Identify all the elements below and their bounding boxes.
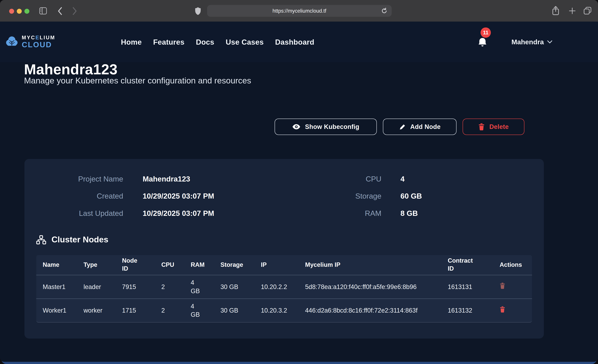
- user-menu[interactable]: Mahendra: [511, 22, 552, 62]
- page-subtitle: Manage your Kubernetes cluster configura…: [24, 76, 251, 86]
- cluster-nodes-table: Name Type Node ID CPU RAM Storage IP Myc…: [36, 255, 532, 323]
- cell-mycelium-ip: 446:d2a6:8bcd:8c16:ff0f:72e2:3114:863f: [299, 306, 441, 315]
- cell-storage: 30 GB: [214, 306, 254, 314]
- nav-features[interactable]: Features: [153, 38, 184, 46]
- sidebar-toggle-icon[interactable]: [39, 7, 47, 15]
- table-row: Worker1 worker 1715 2 4 GB 30 GB 10.20.3…: [36, 298, 532, 322]
- tab-overview-icon[interactable]: [584, 7, 591, 14]
- cluster-nodes-icon: [36, 235, 46, 244]
- page-content: Mahendra123 Manage your Kubernetes clust…: [0, 22, 598, 362]
- info-label-cpu: CPU: [286, 170, 381, 188]
- cluster-details-card: Project Name Mahendra123 CPU 4 Created 1…: [25, 159, 544, 339]
- nav-use-cases[interactable]: Use Cases: [226, 38, 264, 46]
- delete-node-button[interactable]: [499, 306, 505, 313]
- brand-logo[interactable]: MYCELIUM CLOUD: [5, 35, 55, 49]
- traffic-light-zoom[interactable]: [25, 9, 29, 14]
- cell-node-id: 1715: [116, 306, 155, 314]
- browser-window: https://myceliumcloud.tf: [0, 0, 598, 362]
- info-label-project-name: Project Name: [25, 170, 123, 188]
- cell-contract-id: 1613131: [441, 283, 493, 291]
- col-type: Type: [77, 261, 116, 269]
- cell-ip: 10.20.3.2: [254, 306, 299, 314]
- col-storage: Storage: [214, 261, 254, 269]
- cell-mycelium-ip: 5d8:78ea:a120:f40c:ff0f:a5fe:99e6:8b96: [299, 282, 441, 291]
- cell-actions: [493, 282, 532, 291]
- traffic-light-close[interactable]: [9, 9, 14, 14]
- screen: https://myceliumcloud.tf: [0, 0, 598, 364]
- share-icon[interactable]: [552, 6, 559, 16]
- add-node-button[interactable]: Add Node: [383, 119, 457, 135]
- cluster-actions: Show Kubeconfig Add Node: [274, 119, 524, 135]
- delete-node-button[interactable]: [499, 282, 505, 289]
- col-ram: RAM: [184, 261, 214, 269]
- show-kubeconfig-button[interactable]: Show Kubeconfig: [274, 119, 377, 135]
- url-text: https://myceliumcloud.tf: [273, 8, 326, 14]
- new-tab-icon[interactable]: [569, 8, 575, 14]
- cell-ram: 4 GB: [184, 302, 214, 319]
- cell-cpu: 2: [155, 306, 184, 314]
- info-value-ram: 8 GB: [382, 205, 544, 222]
- user-name: Mahendra: [511, 38, 544, 46]
- info-value-project-name: Mahendra123: [123, 170, 286, 188]
- back-icon[interactable]: [58, 7, 62, 15]
- info-label-created: Created: [25, 188, 123, 205]
- browser-toolbar: https://myceliumcloud.tf: [0, 0, 598, 22]
- cell-actions: [493, 306, 532, 315]
- cell-name: Worker1: [36, 306, 77, 314]
- reload-icon[interactable]: [381, 8, 388, 14]
- notifications-button[interactable]: 11: [478, 27, 494, 51]
- brand-wordmark: MYCELIUM CLOUD: [22, 35, 55, 49]
- col-actions: Actions: [493, 261, 532, 269]
- traffic-light-minimize[interactable]: [17, 9, 22, 14]
- info-label-last-updated: Last Updated: [25, 205, 123, 222]
- info-label-ram: RAM: [286, 205, 381, 222]
- main-nav: Home Features Docs Use Cases Dashboard: [121, 22, 314, 62]
- info-value-created: 10/29/2025 03:07 PM: [123, 188, 286, 205]
- info-label-storage: Storage: [286, 188, 381, 205]
- notification-badge: 11: [481, 27, 491, 38]
- address-bar[interactable]: https://myceliumcloud.tf: [207, 5, 392, 17]
- cluster-info-grid: Project Name Mahendra123 CPU 4 Created 1…: [25, 159, 544, 222]
- info-value-storage: 60 GB: [382, 188, 544, 205]
- nav-home[interactable]: Home: [121, 38, 141, 46]
- cell-name: Master1: [36, 283, 77, 291]
- cell-node-id: 7915: [116, 283, 155, 291]
- forward-icon[interactable]: [73, 7, 77, 15]
- info-value-cpu: 4: [382, 170, 544, 188]
- col-name: Name: [36, 261, 77, 269]
- table-row: Master1 leader 7915 2 4 GB 30 GB 10.20.2…: [36, 275, 532, 298]
- trash-icon: [478, 123, 485, 130]
- cell-type: worker: [77, 306, 116, 314]
- cell-contract-id: 1613132: [441, 306, 493, 314]
- nav-docs[interactable]: Docs: [196, 38, 214, 46]
- cell-ram: 4 GB: [184, 279, 214, 295]
- cluster-nodes-heading: Cluster Nodes: [36, 235, 544, 245]
- pencil-icon: [399, 123, 406, 130]
- nav-dashboard[interactable]: Dashboard: [275, 38, 314, 46]
- col-node-id: Node ID: [116, 257, 155, 273]
- col-contract-id: Contract ID: [441, 257, 493, 273]
- col-ip: IP: [254, 261, 299, 269]
- chevron-down-icon: [547, 41, 552, 43]
- cell-type: leader: [77, 283, 116, 291]
- mycelium-logo-icon: [5, 35, 18, 49]
- col-cpu: CPU: [155, 261, 184, 269]
- cell-ip: 10.20.2.2: [254, 283, 299, 291]
- table-header-row: Name Type Node ID CPU RAM Storage IP Myc…: [36, 255, 532, 275]
- eye-icon: [292, 124, 300, 130]
- page-title: Mahendra123: [24, 62, 117, 78]
- info-value-last-updated: 10/29/2025 03:07 PM: [123, 205, 286, 222]
- cell-storage: 30 GB: [214, 283, 254, 291]
- cell-cpu: 2: [155, 283, 184, 291]
- privacy-shield-icon[interactable]: [195, 7, 201, 15]
- bell-icon: [478, 37, 488, 48]
- delete-cluster-button[interactable]: Delete: [463, 119, 524, 135]
- app-header: MYCELIUM CLOUD Home Features Docs Use Ca…: [0, 22, 598, 62]
- col-mycelium-ip: Mycelium IP: [299, 261, 441, 269]
